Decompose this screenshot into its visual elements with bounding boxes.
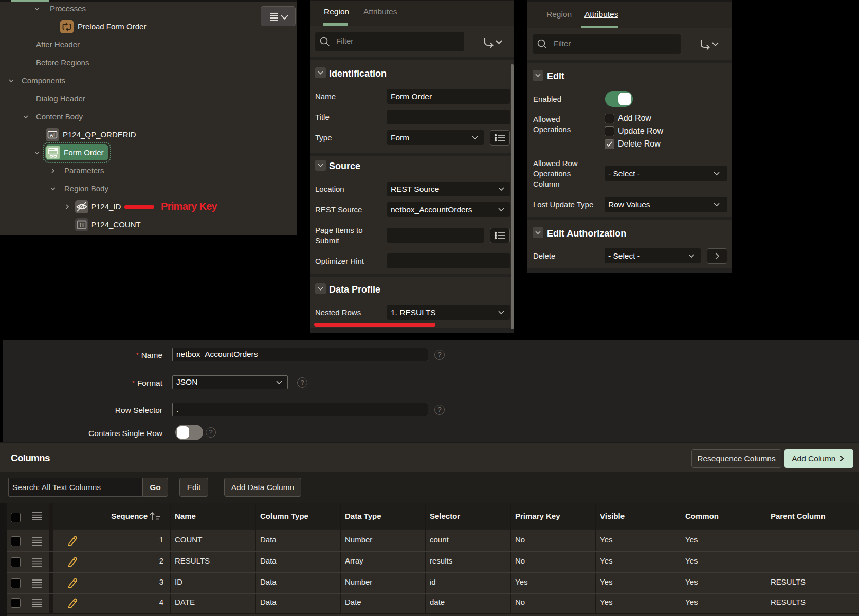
svg-text:1: 1 — [79, 223, 82, 228]
svg-text:A: A — [50, 133, 53, 138]
